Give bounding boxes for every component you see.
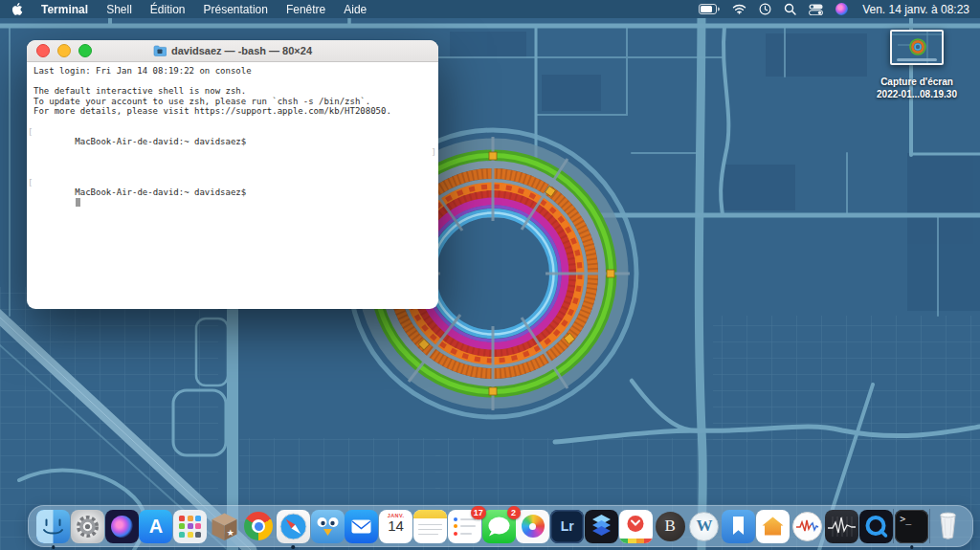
running-indicator bbox=[910, 545, 914, 549]
mail-icon bbox=[345, 510, 378, 543]
battery-icon[interactable] bbox=[699, 4, 720, 14]
terminal-line: For more details, please visit https://s… bbox=[27, 106, 438, 117]
terminal-content[interactable]: Last login: Fri Jan 14 08:19:22 on conso… bbox=[27, 62, 438, 309]
dock-quicktime[interactable] bbox=[859, 510, 893, 543]
status-bar: Ven. 14 janv. à 08:23 bbox=[699, 3, 969, 16]
calendar-icon: JANV. 14 bbox=[379, 510, 412, 543]
dock-pocket[interactable] bbox=[619, 510, 653, 543]
finder-icon bbox=[36, 510, 70, 543]
screenshot-label-line2: 2022-01...08.19.30 bbox=[877, 89, 957, 101]
wifi-icon[interactable] bbox=[732, 4, 746, 14]
stack-layers-icon bbox=[585, 510, 618, 543]
trash-icon bbox=[931, 510, 965, 543]
minimize-button[interactable] bbox=[57, 44, 71, 57]
waveform-dark-icon bbox=[825, 510, 858, 543]
screenshot-label: Capture d'écran 2022-01...08.19.30 bbox=[877, 77, 957, 100]
calendar-day: 14 bbox=[379, 518, 412, 533]
clock-status-icon[interactable] bbox=[759, 3, 771, 15]
dock-reminders[interactable]: 17 bbox=[448, 510, 481, 543]
dock-notes[interactable] bbox=[413, 510, 447, 543]
dock-app-store[interactable]: A bbox=[139, 510, 172, 543]
terminal-mark-right: ] bbox=[432, 147, 436, 158]
dock-terminal[interactable]: >_ bbox=[895, 510, 928, 543]
dock-photos[interactable] bbox=[516, 510, 549, 543]
terminal-prompt-line-current[interactable]: [ MacBook-Air-de-david:~ davidsaez$ bbox=[27, 167, 438, 218]
dock-stack-layers-app[interactable] bbox=[585, 510, 618, 543]
safari-icon bbox=[277, 510, 310, 543]
dock-finder[interactable] bbox=[36, 510, 70, 543]
terminal-line: The default interactive shell is now zsh… bbox=[27, 86, 438, 97]
screenshot-thumbnail[interactable] bbox=[890, 30, 944, 65]
gear-icon bbox=[71, 510, 104, 543]
terminal-cursor bbox=[76, 198, 80, 207]
terminal-line: Last login: Fri Jan 14 08:19:22 on conso… bbox=[27, 66, 438, 77]
control-center-icon[interactable] bbox=[809, 4, 823, 15]
window-title-text: davidsaez — -bash — 80×24 bbox=[171, 45, 312, 56]
dock-launchpad[interactable] bbox=[173, 510, 207, 543]
dock-bookmark-app[interactable] bbox=[722, 510, 755, 543]
dock-waveform-dark-app[interactable] bbox=[825, 510, 858, 543]
dock-calendar[interactable]: JANV. 14 bbox=[379, 510, 412, 543]
search-icon[interactable] bbox=[784, 3, 796, 15]
lightroom-icon: Lr bbox=[550, 510, 584, 543]
wordpress-icon: W bbox=[689, 512, 719, 541]
close-button[interactable] bbox=[36, 44, 50, 57]
dock-messages[interactable]: 2 bbox=[482, 510, 516, 543]
bird-app-icon bbox=[311, 510, 345, 543]
notes-icon bbox=[413, 510, 447, 543]
dock-lightroom[interactable]: Lr bbox=[550, 510, 584, 543]
siri-app-icon bbox=[105, 510, 139, 543]
dock-waveform-circle-app[interactable] bbox=[791, 510, 824, 543]
terminal-prompt-line: [ MacBook-Air-de-david:~ davidsaez$ ] bbox=[27, 117, 438, 167]
menu-shell[interactable]: Shell bbox=[106, 3, 132, 16]
dock-siri[interactable] bbox=[105, 510, 139, 543]
dock-home[interactable] bbox=[756, 510, 790, 543]
terminal-prompt-text: MacBook-Air-de-david:~ davidsaez$ bbox=[75, 137, 246, 146]
box-star-icon: ★ bbox=[208, 510, 241, 543]
terminal-mark-left: [ bbox=[28, 127, 33, 138]
bookmark-icon bbox=[722, 510, 755, 543]
launchpad-icon bbox=[173, 510, 207, 543]
pocket-icon bbox=[619, 510, 653, 543]
running-indicator bbox=[52, 545, 56, 549]
reminders-badge: 17 bbox=[471, 506, 486, 519]
b-app-icon: B bbox=[656, 512, 685, 541]
home-icon bbox=[756, 510, 790, 543]
dock-mail[interactable] bbox=[345, 510, 378, 543]
terminal-app-icon: >_ bbox=[895, 510, 928, 543]
dock-chrome[interactable] bbox=[242, 510, 276, 543]
menu-fenetre[interactable]: Fenêtre bbox=[286, 3, 325, 16]
terminal-line: To update your account to use zsh, pleas… bbox=[27, 97, 438, 107]
apple-menu-icon[interactable] bbox=[11, 2, 23, 16]
desktop: Terminal Shell Édition Présentation Fenê… bbox=[0, 0, 980, 550]
dock-wordpress[interactable]: W bbox=[687, 510, 721, 543]
messages-badge: 2 bbox=[507, 506, 521, 519]
dock-trash[interactable] bbox=[931, 510, 965, 543]
screenshot-label-line1: Capture d'écran bbox=[877, 77, 957, 89]
screenshot-preview[interactable]: Capture d'écran 2022-01...08.19.30 bbox=[859, 30, 974, 100]
chrome-icon bbox=[242, 510, 276, 543]
folder-terminal-icon bbox=[153, 45, 167, 56]
quicktime-icon bbox=[859, 510, 893, 543]
terminal-mark-left: [ bbox=[28, 178, 33, 188]
svg-text:★: ★ bbox=[227, 527, 234, 537]
menu-aide[interactable]: Aide bbox=[344, 3, 367, 16]
dock: A ★ bbox=[28, 505, 973, 547]
window-controls bbox=[36, 44, 92, 57]
siri-icon[interactable] bbox=[835, 3, 848, 15]
menu-bar-clock[interactable]: Ven. 14 janv. à 08:23 bbox=[862, 3, 969, 16]
menu-terminal[interactable]: Terminal bbox=[41, 3, 88, 16]
dock-system-preferences[interactable] bbox=[71, 510, 104, 543]
menu-presentation[interactable]: Présentation bbox=[204, 3, 268, 16]
app-store-icon: A bbox=[139, 510, 172, 543]
terminal-line bbox=[27, 77, 438, 87]
dock-b-circle-app[interactable]: B bbox=[654, 510, 687, 543]
dock-twitterrific[interactable] bbox=[311, 510, 345, 543]
menu-edition[interactable]: Édition bbox=[150, 3, 186, 16]
zoom-button[interactable] bbox=[78, 44, 92, 57]
terminal-window[interactable]: davidsaez — -bash — 80×24 Last login: Fr… bbox=[27, 40, 438, 305]
dock-box-star-app[interactable]: ★ bbox=[208, 510, 241, 543]
dock-safari[interactable] bbox=[277, 510, 310, 543]
running-indicator bbox=[291, 545, 295, 549]
terminal-titlebar[interactable]: davidsaez — -bash — 80×24 bbox=[27, 40, 438, 62]
